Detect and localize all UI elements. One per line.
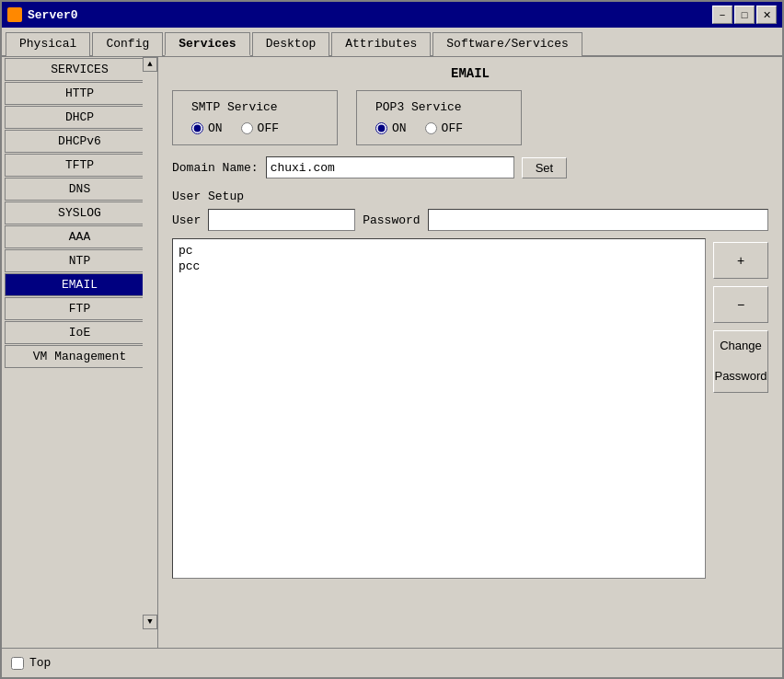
smtp-on-label[interactable]: ON <box>191 121 223 135</box>
smtp-service-box: SMTP Service ON OFF <box>172 90 338 145</box>
smtp-label: SMTP Service <box>191 100 278 114</box>
sidebar-item-ntp[interactable]: NTP <box>5 249 155 272</box>
set-button[interactable]: Set <box>522 157 568 178</box>
top-checkbox[interactable] <box>11 657 24 670</box>
window-title: Server0 <box>28 8 712 22</box>
smtp-radio-row: ON OFF <box>191 121 279 135</box>
smtp-on-radio[interactable] <box>191 122 203 134</box>
change-password-button[interactable]: ChangePassword <box>713 330 768 393</box>
smtp-off-text: OFF <box>258 121 279 135</box>
sidebar-item-vm-management[interactable]: VM Management <box>5 345 155 368</box>
sidebar: SERVICES HTTP DHCP DHCPv6 TFTP DNS SYSLO… <box>2 57 158 648</box>
sidebar-item-dhcpv6[interactable]: DHCPv6 <box>5 130 155 153</box>
sidebar-scroll: SERVICES HTTP DHCP DHCPv6 TFTP DNS SYSLO… <box>2 57 157 648</box>
smtp-on-text: ON <box>208 121 223 135</box>
domain-input[interactable] <box>266 156 514 178</box>
tab-desktop[interactable]: Desktop <box>252 32 330 56</box>
user-list-area: pc pcc + − ChangePassword <box>172 238 768 579</box>
user-entry-pcc: pcc <box>177 259 701 274</box>
pop3-off-label[interactable]: OFF <box>425 121 463 135</box>
sidebar-item-http[interactable]: HTTP <box>5 82 155 105</box>
title-bar: Server0 − □ ✕ <box>2 2 782 28</box>
bottom-bar: Top <box>2 648 782 677</box>
sidebar-item-ioe[interactable]: IoE <box>5 321 155 344</box>
action-buttons: + − ChangePassword <box>713 238 768 579</box>
pop3-on-text: ON <box>392 121 407 135</box>
top-checkbox-label[interactable]: Top <box>11 656 51 670</box>
pop3-on-radio[interactable] <box>375 122 387 134</box>
sidebar-item-dns[interactable]: DNS <box>5 178 155 201</box>
remove-user-button[interactable]: − <box>713 286 768 323</box>
tab-physical[interactable]: Physical <box>6 32 90 56</box>
pop3-radio-row: ON OFF <box>375 121 463 135</box>
domain-label: Domain Name: <box>172 161 259 175</box>
pop3-off-radio[interactable] <box>425 122 437 134</box>
tab-attributes[interactable]: Attributes <box>331 32 431 56</box>
user-row: User Password <box>172 209 768 231</box>
sidebar-item-ftp[interactable]: FTP <box>5 297 155 320</box>
pop3-off-text: OFF <box>442 121 463 135</box>
scroll-down-button[interactable]: ▼ <box>143 615 157 629</box>
pop3-on-label[interactable]: ON <box>375 121 407 135</box>
service-row: SMTP Service ON OFF POP3 Service <box>172 90 768 145</box>
domain-row: Domain Name: Set <box>172 156 768 178</box>
main-window: Server0 − □ ✕ Physical Config Services D… <box>0 0 784 679</box>
sidebar-item-aaa[interactable]: AAA <box>5 225 155 248</box>
top-label: Top <box>29 656 51 670</box>
pop3-service-box: POP3 Service ON OFF <box>356 90 522 145</box>
close-button[interactable]: ✕ <box>756 6 777 24</box>
minimize-button[interactable]: − <box>712 6 732 24</box>
tab-config[interactable]: Config <box>92 32 163 56</box>
scroll-up-button[interactable]: ▲ <box>143 57 157 72</box>
main-content: SERVICES HTTP DHCP DHCPv6 TFTP DNS SYSLO… <box>2 57 782 648</box>
email-section-title: EMAIL <box>172 66 768 81</box>
user-entry-pc: pc <box>177 243 701 259</box>
password-label: Password <box>363 213 420 227</box>
right-panel: EMAIL SMTP Service ON OFF <box>158 57 782 648</box>
user-label: User <box>172 213 201 227</box>
sidebar-item-dhcp[interactable]: DHCP <box>5 106 155 129</box>
sidebar-item-tftp[interactable]: TFTP <box>5 154 155 177</box>
sidebar-item-syslog[interactable]: SYSLOG <box>5 201 155 224</box>
sidebar-item-services[interactable]: SERVICES <box>5 58 155 81</box>
maximize-button[interactable]: □ <box>734 6 755 24</box>
tab-bar: Physical Config Services Desktop Attribu… <box>2 28 782 57</box>
sidebar-item-email[interactable]: EMAIL <box>5 273 155 296</box>
user-setup-title: User Setup <box>172 190 768 203</box>
scroll-track <box>143 72 157 615</box>
smtp-off-label[interactable]: OFF <box>241 121 279 135</box>
user-input[interactable] <box>208 209 355 231</box>
window-controls: − □ ✕ <box>712 6 777 24</box>
tab-software-services[interactable]: Software/Services <box>432 32 582 56</box>
add-user-button[interactable]: + <box>713 242 768 279</box>
app-icon <box>7 7 22 22</box>
pop3-label: POP3 Service <box>375 100 462 114</box>
sidebar-scrollbar: ▲ ▼ <box>143 57 157 629</box>
user-list[interactable]: pc pcc <box>172 238 706 579</box>
tab-services[interactable]: Services <box>165 32 249 56</box>
password-input[interactable] <box>428 209 768 231</box>
smtp-off-radio[interactable] <box>241 122 253 134</box>
